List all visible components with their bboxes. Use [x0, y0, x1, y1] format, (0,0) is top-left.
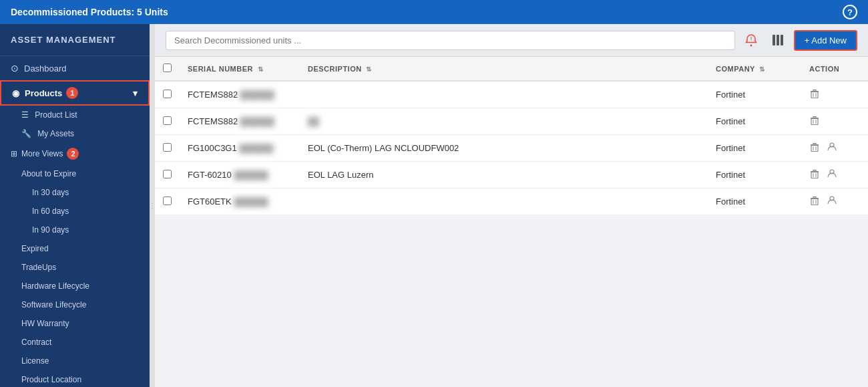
row-checkbox-cell[interactable]	[155, 162, 180, 188]
row-checkbox-cell[interactable]	[155, 135, 180, 162]
row-checkbox-cell[interactable]	[155, 81, 180, 108]
sidebar-item-more-views[interactable]: ⊞ More Views 2	[0, 143, 150, 164]
sidebar-item-in-90-days[interactable]: In 90 days	[0, 221, 150, 239]
company-value: Fortinet	[716, 143, 745, 153]
row-description-cell	[300, 188, 708, 215]
sidebar-item-expired[interactable]: Expired	[0, 239, 150, 258]
serial-number-value: FG100C3G1	[188, 143, 237, 153]
add-new-button[interactable]: + Add New	[794, 30, 857, 51]
sidebar-item-hardware-lifecycle[interactable]: Hardware Lifecycle	[0, 277, 150, 295]
sidebar-label-product-list: Product List	[35, 110, 77, 120]
annotation-2: 2	[67, 148, 79, 160]
column-action-label: ACTION	[809, 65, 839, 73]
sort-icon-company: ⇅	[759, 66, 765, 73]
delete-icon[interactable]	[809, 170, 823, 181]
sidebar-item-in-30-days[interactable]: In 30 days	[0, 183, 150, 202]
svg-rect-29	[811, 199, 818, 205]
search-input[interactable]	[166, 31, 735, 50]
svg-text:!: !	[750, 35, 752, 41]
serial-blurred: ██████	[234, 197, 268, 207]
delete-icon[interactable]	[809, 197, 823, 208]
serial-number-value: FGT60ETK	[188, 197, 232, 207]
alert-icon-button[interactable]: !	[740, 29, 762, 51]
row-serial-cell: FG100C3G1 ██████	[180, 135, 300, 162]
sidebar-item-software-lifecycle[interactable]: Software Lifecycle	[0, 295, 150, 314]
column-company[interactable]: COMPANY ⇅	[708, 57, 801, 81]
sidebar-label-my-assets: My Assets	[37, 129, 74, 138]
row-description-cell: EOL LAG Luzern	[300, 162, 708, 188]
row-checkbox[interactable]	[163, 170, 172, 178]
dashboard-icon: ⊙	[11, 63, 19, 74]
sidebar-item-license[interactable]: License	[0, 352, 150, 370]
products-icon: ◉	[12, 88, 19, 98]
sidebar-label-product-location: Product Location	[21, 375, 81, 384]
description-blurred: ██	[308, 117, 319, 126]
delete-icon[interactable]	[809, 143, 823, 154]
select-all-header[interactable]	[155, 57, 180, 81]
row-checkbox[interactable]	[163, 197, 172, 205]
svg-rect-11	[813, 116, 817, 118]
row-checkbox-cell[interactable]	[155, 188, 180, 215]
sidebar-item-product-location[interactable]: Product Location	[0, 370, 150, 387]
help-button[interactable]: ?	[843, 5, 857, 19]
sort-icon-description: ⇅	[366, 66, 372, 73]
row-description-cell: EOL (Co-Therm) LAG NCLOUDFW002	[300, 135, 708, 162]
company-value: Fortinet	[716, 197, 745, 207]
sidebar-resize-handle[interactable]: ⋮	[150, 24, 155, 387]
column-settings-button[interactable]	[767, 29, 789, 51]
row-serial-cell: FCTEMS882 ██████	[180, 108, 300, 135]
person-icon[interactable]	[827, 170, 837, 181]
row-checkbox[interactable]	[163, 90, 172, 98]
sidebar-item-in-60-days[interactable]: In 60 days	[0, 202, 150, 221]
person-icon[interactable]	[827, 143, 837, 154]
row-checkbox-cell[interactable]	[155, 108, 180, 135]
svg-rect-6	[813, 90, 817, 91]
sidebar-item-tradeups[interactable]: TradeUps	[0, 258, 150, 277]
serial-number-value: FGT-60210	[188, 170, 232, 180]
row-action-cell	[801, 188, 868, 215]
sidebar-item-products[interactable]: ◉ Products 1 ▾	[0, 80, 150, 106]
company-value: Fortinet	[716, 170, 745, 180]
table-row: FGT-60210 ██████ EOL LAG Luzern Fortinet	[155, 162, 868, 188]
column-description-label: DESCRIPTION	[308, 65, 362, 73]
person-icon[interactable]	[827, 197, 837, 208]
row-checkbox[interactable]	[163, 143, 172, 152]
select-all-checkbox[interactable]	[163, 63, 172, 72]
serial-blurred: ██████	[234, 170, 268, 180]
sidebar-label-dashboard: Dashboard	[24, 63, 67, 74]
row-serial-cell: FGT60ETK ██████	[180, 188, 300, 215]
row-action-cell	[801, 108, 868, 135]
sidebar-brand: ASSET MANAGEMENT	[0, 24, 150, 56]
table-row: FCTEMS882 ██████ Fortinet	[155, 81, 868, 108]
svg-rect-28	[813, 197, 817, 198]
sidebar-item-my-assets[interactable]: 🔧 My Assets	[0, 124, 150, 143]
sidebar-item-hw-warranty[interactable]: HW Warranty	[0, 314, 150, 333]
svg-point-0	[750, 45, 752, 47]
svg-rect-16	[813, 143, 817, 144]
add-new-label: + Add New	[805, 35, 847, 45]
table-row: FCTEMS882 ██████ ██ Fortinet	[155, 108, 868, 135]
table-header-row: SERIAL NUMBER ⇅ DESCRIPTION ⇅ COMPANY ⇅	[155, 57, 868, 81]
column-serial-number[interactable]: SERIAL NUMBER ⇅	[180, 57, 300, 81]
table-row: FG100C3G1 ██████ EOL (Co-Therm) LAG NCLO…	[155, 135, 868, 162]
company-value: Fortinet	[716, 116, 745, 126]
row-checkbox[interactable]	[163, 116, 172, 125]
serial-blurred: ██████	[240, 117, 274, 126]
column-action: ACTION	[801, 57, 868, 81]
delete-icon[interactable]	[809, 90, 820, 101]
more-views-icon: ⊞	[11, 149, 17, 158]
sidebar-item-product-list[interactable]: ☰ Product List	[0, 106, 150, 124]
sort-icon-serial: ⇅	[258, 66, 264, 73]
delete-icon[interactable]	[809, 116, 820, 128]
sidebar-label-license: License	[21, 356, 49, 366]
svg-rect-22	[813, 170, 817, 171]
sidebar-label-expired: Expired	[21, 244, 49, 253]
sidebar-item-contract[interactable]: Contract	[0, 333, 150, 352]
serial-number-value: FCTEMS882	[188, 116, 238, 126]
serial-blurred: ██████	[239, 144, 273, 153]
sidebar-item-about-to-expire[interactable]: About to Expire	[0, 164, 150, 183]
sidebar-item-dashboard[interactable]: ⊙ Dashboard	[0, 56, 150, 80]
table-body: FCTEMS882 ██████ Fortinet FCTEMS882 █	[155, 81, 868, 215]
column-description[interactable]: DESCRIPTION ⇅	[300, 57, 708, 81]
row-company-cell: Fortinet	[708, 188, 801, 215]
